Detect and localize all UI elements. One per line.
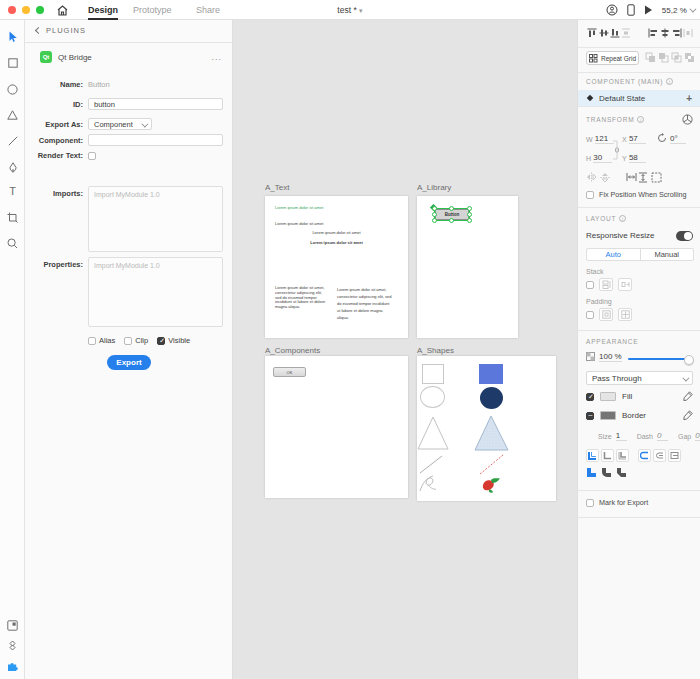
- border-inner-icon[interactable]: [586, 449, 599, 462]
- rotation-icon[interactable]: [657, 133, 667, 143]
- default-state-row[interactable]: Default State +: [578, 90, 700, 106]
- component-input[interactable]: [88, 134, 223, 146]
- text-paragraph-loose[interactable]: Lorem ipsum dolor sit amet, consectetur …: [337, 286, 393, 321]
- repeat-grid-button[interactable]: Repeat Grid: [586, 51, 639, 65]
- padding-uniform-icon[interactable]: [599, 308, 613, 321]
- 3d-transform-icon[interactable]: [682, 114, 693, 125]
- selection-handle[interactable]: [432, 218, 437, 223]
- text-green[interactable]: Lorem ipsum dolor sit amet: [275, 205, 323, 210]
- padding-checkbox[interactable]: [586, 311, 594, 319]
- artboard-a-library[interactable]: Button: [417, 196, 518, 338]
- artboard-label-a-library[interactable]: A_Library: [417, 183, 451, 192]
- stack-checkbox[interactable]: [586, 281, 594, 289]
- padding-individual-icon[interactable]: [618, 308, 632, 321]
- selection-handle[interactable]: [432, 206, 437, 211]
- align-left-icon[interactable]: [647, 27, 658, 38]
- border-center-icon[interactable]: [601, 449, 614, 462]
- align-right-icon[interactable]: [671, 27, 682, 38]
- joint-round-icon[interactable]: [601, 467, 612, 478]
- select-tool-icon[interactable]: [0, 27, 25, 47]
- flip-horizontal-icon[interactable]: [586, 172, 597, 182]
- line-dashed-shape[interactable]: [480, 455, 503, 474]
- rectangle-outline-shape[interactable]: [422, 364, 444, 384]
- border-gap-field[interactable]: 0: [695, 431, 700, 441]
- width-field[interactable]: W 121: [586, 134, 614, 144]
- stack-vertical-icon[interactable]: [599, 278, 613, 291]
- selection-handle[interactable]: [467, 218, 472, 223]
- align-bottom-icon[interactable]: [609, 27, 620, 38]
- zoom-level[interactable]: 55,2 %: [662, 6, 694, 15]
- desktop-preview-play-icon[interactable]: [644, 5, 653, 15]
- clip-checkbox[interactable]: [124, 337, 132, 345]
- selection-handle[interactable]: [449, 206, 454, 211]
- add-state-button[interactable]: +: [686, 93, 692, 104]
- document-title[interactable]: test * ▾: [0, 0, 700, 20]
- distribute-horizontal-icon[interactable]: [682, 27, 693, 38]
- mark-for-export-checkbox[interactable]: [586, 499, 594, 507]
- x-field[interactable]: X 57: [622, 134, 646, 144]
- joint-miter-icon[interactable]: [586, 467, 597, 478]
- imports-textarea[interactable]: [88, 186, 223, 252]
- artboard-tool-icon[interactable]: [0, 207, 25, 227]
- ok-button-component[interactable]: OK: [273, 367, 306, 377]
- rotation-field[interactable]: 0°: [670, 134, 686, 144]
- text-bold[interactable]: Lorem ipsum dolor sit amet: [265, 240, 408, 245]
- pen-loop-shape[interactable]: [419, 474, 443, 494]
- distribute-vertical-icon[interactable]: [620, 27, 631, 38]
- border-outer-icon[interactable]: [616, 449, 629, 462]
- border-dash-field[interactable]: 0: [657, 431, 668, 441]
- joint-bevel-icon[interactable]: [616, 467, 627, 478]
- resize-horizontal-icon[interactable]: [626, 172, 637, 182]
- plugins-breadcrumb[interactable]: PLUGINS: [36, 26, 86, 35]
- boolean-intersect-icon[interactable]: [671, 52, 682, 63]
- align-middle-vertical-icon[interactable]: [598, 27, 609, 38]
- polygon-tool-icon[interactable]: [0, 105, 25, 125]
- resize-vertical-icon[interactable]: [638, 172, 648, 183]
- cap-butt-icon[interactable]: [638, 449, 651, 462]
- responsive-resize-toggle[interactable]: [676, 231, 693, 241]
- share-user-icon[interactable]: [606, 4, 618, 16]
- selection-handle[interactable]: [467, 206, 472, 211]
- border-swatch[interactable]: [600, 411, 616, 420]
- flip-vertical-icon[interactable]: [600, 172, 610, 183]
- border-eyedropper-icon[interactable]: [683, 410, 693, 420]
- cap-round-icon[interactable]: [653, 449, 666, 462]
- painted-blob-shape[interactable]: [481, 477, 501, 494]
- render-text-checkbox[interactable]: [88, 152, 96, 160]
- text-center[interactable]: Lorem ipsum dolor sit amet: [265, 230, 408, 235]
- cap-projecting-icon[interactable]: [668, 449, 681, 462]
- boolean-exclude-icon[interactable]: [684, 52, 695, 63]
- align-center-horizontal-icon[interactable]: [659, 27, 670, 38]
- ellipse-tool-icon[interactable]: [0, 79, 25, 99]
- artboard-a-components[interactable]: OK: [265, 356, 408, 498]
- border-size-field[interactable]: 1: [616, 431, 627, 441]
- manual-option[interactable]: Manual: [641, 249, 694, 260]
- border-checkbox[interactable]: [586, 412, 594, 420]
- line-tool-icon[interactable]: [0, 131, 25, 151]
- y-field[interactable]: Y 58: [622, 153, 646, 163]
- artboard-label-a-components[interactable]: A_Components: [265, 346, 320, 355]
- id-input[interactable]: [88, 98, 223, 110]
- fix-position-checkbox[interactable]: [586, 191, 594, 199]
- stack-horizontal-icon[interactable]: [618, 278, 632, 291]
- boolean-subtract-icon[interactable]: [658, 52, 669, 63]
- properties-textarea[interactable]: [88, 257, 223, 327]
- info-icon[interactable]: i: [666, 78, 673, 85]
- ellipse-outline-shape[interactable]: [420, 386, 445, 408]
- text-left[interactable]: Lorem ipsum dolor sit amet: [275, 221, 323, 226]
- device-preview-icon[interactable]: [627, 4, 635, 16]
- info-icon[interactable]: i: [637, 116, 644, 123]
- layers-panel-icon[interactable]: [0, 635, 25, 655]
- opacity-field[interactable]: 100 %: [599, 352, 622, 362]
- canvas[interactable]: A_Text Lorem ipsum dolor sit amet Lorem …: [233, 20, 577, 679]
- height-field[interactable]: H 30: [586, 153, 612, 163]
- text-tool-icon[interactable]: T: [0, 181, 25, 201]
- constraints-icon[interactable]: [651, 172, 662, 183]
- artboard-label-a-shapes[interactable]: A_Shapes: [417, 346, 454, 355]
- fill-eyedropper-icon[interactable]: [683, 391, 693, 401]
- auto-option[interactable]: Auto: [587, 249, 641, 260]
- align-top-icon[interactable]: [586, 27, 597, 38]
- line-shapes[interactable]: [417, 452, 512, 476]
- zoom-tool-icon[interactable]: [0, 233, 25, 253]
- rectangle-filled-shape[interactable]: [479, 364, 503, 384]
